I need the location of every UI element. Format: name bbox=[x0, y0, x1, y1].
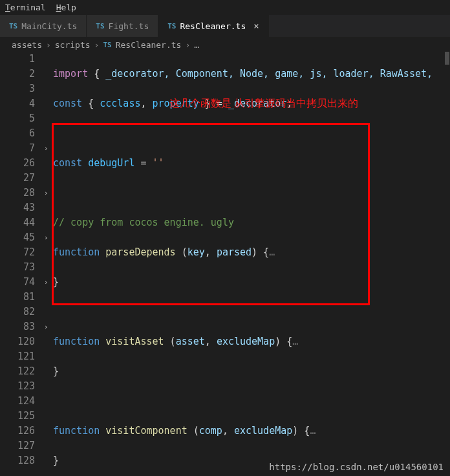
menu-terminal[interactable]: Terminal bbox=[5, 3, 46, 12]
fold-marker[interactable]: › bbox=[44, 319, 53, 334]
close-icon[interactable]: × bbox=[253, 21, 259, 31]
fold-marker[interactable]: › bbox=[44, 275, 53, 290]
ts-icon: TS bbox=[96, 22, 104, 30]
menu-help[interactable]: Help bbox=[56, 3, 76, 12]
fold-marker[interactable]: › bbox=[44, 141, 53, 156]
ts-icon: TS bbox=[103, 41, 111, 49]
tabbar: TS MainCity.ts TS Fight.ts TS ResCleaner… bbox=[0, 15, 450, 38]
ts-icon: TS bbox=[9, 22, 17, 30]
breadcrumb-part[interactable]: assets bbox=[12, 40, 42, 50]
breadcrumb-part[interactable]: ResCleaner.ts bbox=[116, 40, 182, 50]
scrollbar-thumb[interactable] bbox=[445, 52, 449, 65]
breadcrumb-part[interactable]: … bbox=[194, 40, 199, 50]
menubar: Terminal Help bbox=[0, 0, 450, 15]
chevron-right-icon: › bbox=[94, 40, 100, 50]
tab-label: ResCleaner.ts bbox=[180, 21, 246, 31]
fold-gutter: › › › › › bbox=[44, 52, 53, 476]
code-area[interactable]: import { _decorator, Component, Node, ga… bbox=[53, 52, 450, 476]
annotation-text: 这几个函数是 从引擎源码当中拷贝出来的 bbox=[169, 96, 358, 111]
tab-label: Fight.ts bbox=[109, 21, 149, 31]
tab-rescleaner[interactable]: TS ResCleaner.ts × bbox=[158, 15, 268, 37]
tab-label: MainCity.ts bbox=[21, 21, 77, 31]
watermark: https://blog.csdn.net/u014560101 bbox=[269, 462, 444, 472]
ts-icon: TS bbox=[167, 22, 176, 30]
chevron-right-icon: › bbox=[185, 40, 190, 50]
fold-marker[interactable]: › bbox=[44, 230, 53, 245]
fold-marker[interactable]: › bbox=[44, 186, 53, 200]
vertical-scrollbar[interactable] bbox=[444, 52, 450, 476]
code-editor[interactable]: 1 2 3 4 5 6 7 26 27 28 43 44 45 72 73 74… bbox=[0, 52, 450, 476]
breadcrumb[interactable]: assets › scripts › TS ResCleaner.ts › … bbox=[0, 38, 450, 52]
tab-maincity[interactable]: TS MainCity.ts bbox=[0, 15, 87, 37]
line-number-gutter: 1 2 3 4 5 6 7 26 27 28 43 44 45 72 73 74… bbox=[0, 52, 44, 476]
tab-fight[interactable]: TS Fight.ts bbox=[87, 15, 158, 37]
breadcrumb-part[interactable]: scripts bbox=[55, 40, 91, 50]
chevron-right-icon: › bbox=[46, 40, 51, 50]
